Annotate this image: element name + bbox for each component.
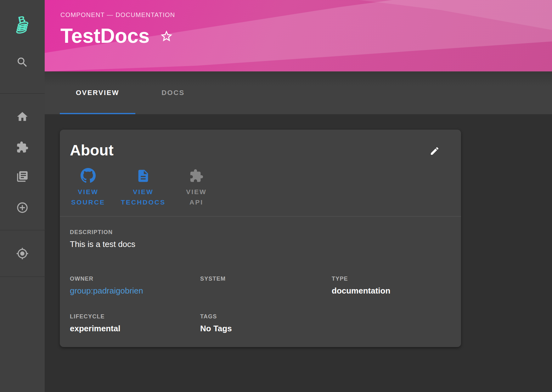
type-value: documentation [332, 286, 451, 296]
lifecycle-value: experimental [70, 324, 200, 333]
tab-overview[interactable]: OVERVIEW [60, 71, 135, 114]
view-source-button[interactable]: VIEW SOURCE [70, 167, 106, 207]
page-title: TestDocs [60, 25, 149, 47]
entity-header: COMPONENT — DOCUMENTATION TestDocs [45, 0, 552, 71]
about-card: About VIEW SOURCE VIEW TECHDOCS [60, 130, 461, 347]
entity-tabs: OVERVIEW DOCS [45, 71, 552, 114]
description-value: This is a test docs [70, 239, 451, 249]
tags-value: No Tags [200, 324, 332, 333]
sidebar-divider [0, 230, 45, 230]
owner-field: OWNER group:padraigobrien [70, 276, 200, 296]
description-label: DESCRIPTION [70, 229, 451, 236]
github-icon [81, 167, 96, 183]
system-label: SYSTEM [200, 276, 332, 282]
tags-label: TAGS [200, 313, 332, 320]
sidebar-divider [0, 93, 45, 94]
backstage-logo-icon: B [14, 14, 31, 34]
sidebar-item-docs[interactable] [15, 169, 30, 184]
document-icon [136, 167, 150, 183]
favorite-button[interactable] [159, 29, 174, 44]
sidebar-item-extensions[interactable] [15, 140, 30, 155]
about-card-title: About [70, 142, 114, 159]
backstage-logo[interactable]: B [14, 14, 31, 34]
sidebar-divider [0, 277, 45, 277]
view-techdocs-label: VIEW TECHDOCS [118, 187, 168, 207]
tab-overview-label: OVERVIEW [76, 89, 119, 97]
type-field: TYPE documentation [332, 276, 451, 296]
library-books-icon [16, 170, 29, 183]
owner-link[interactable]: group:padraigobrien [70, 286, 200, 296]
view-api-button: VIEW API [181, 167, 212, 207]
sidebar-search-button[interactable] [15, 55, 30, 70]
tab-docs-label: DOCS [161, 89, 185, 97]
sidebar-item-home[interactable] [15, 109, 30, 124]
view-api-label: VIEW API [181, 187, 212, 207]
system-field: SYSTEM [200, 276, 332, 296]
empty-cell [332, 313, 451, 333]
owner-label: OWNER [70, 276, 200, 282]
home-icon [16, 110, 29, 123]
sidebar-item-locate[interactable] [15, 246, 30, 261]
sidebar-item-create[interactable] [15, 200, 30, 215]
lifecycle-label: LIFECYCLE [70, 313, 200, 320]
edit-metadata-button[interactable] [426, 143, 443, 159]
tab-docs[interactable]: DOCS [135, 71, 211, 114]
type-label: TYPE [332, 276, 451, 282]
my-location-icon [16, 247, 29, 260]
puzzle-icon [16, 141, 29, 154]
content-area: About VIEW SOURCE VIEW TECHDOCS [45, 114, 552, 392]
lifecycle-field: LIFECYCLE experimental [70, 313, 200, 333]
breadcrumb: COMPONENT — DOCUMENTATION [60, 11, 175, 19]
puzzle-icon [189, 167, 204, 183]
view-source-label: VIEW SOURCE [70, 187, 106, 207]
search-icon [16, 56, 29, 69]
add-circle-icon [16, 201, 29, 214]
tags-field: TAGS No Tags [200, 313, 332, 333]
view-techdocs-button[interactable]: VIEW TECHDOCS [118, 167, 168, 207]
edit-pencil-icon [430, 146, 440, 156]
sidebar: B [0, 0, 45, 392]
star-outline-icon [160, 29, 173, 43]
